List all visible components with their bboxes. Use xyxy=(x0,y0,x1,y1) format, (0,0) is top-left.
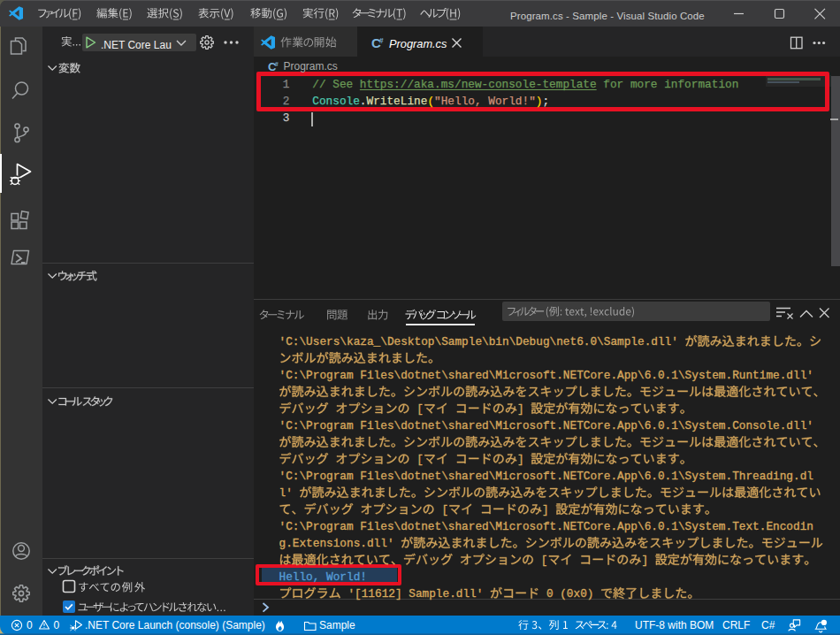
svg-text:#: # xyxy=(379,37,384,45)
svg-text:#: # xyxy=(275,61,279,68)
